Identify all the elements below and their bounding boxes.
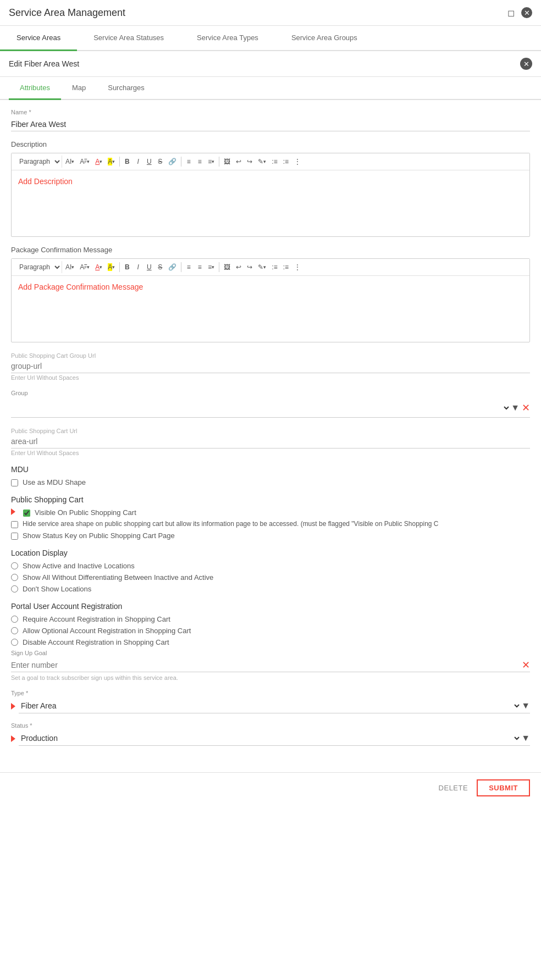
area-url-input[interactable]	[11, 435, 530, 449]
group-url-input[interactable]	[11, 359, 530, 373]
hide-service-area-checkbox[interactable]	[11, 521, 18, 528]
pkg-undo-btn[interactable]: ↩	[234, 261, 244, 273]
delete-button[interactable]: DELETE	[439, 784, 468, 792]
tab-service-area-types[interactable]: Service Area Types	[180, 26, 275, 51]
description-undo-btn[interactable]: ↩	[234, 156, 244, 168]
description-paragraph-select[interactable]: Paragraph	[15, 156, 62, 168]
portal-radio2[interactable]	[11, 627, 18, 634]
status-select-container: Production ▼	[19, 731, 530, 746]
description-underline-btn[interactable]: U	[144, 156, 154, 168]
maximize-button[interactable]: ◻	[505, 7, 517, 19]
tab-service-area-groups[interactable]: Service Area Groups	[275, 26, 374, 51]
location-radio1[interactable]	[11, 562, 18, 569]
signup-goal-clear-icon[interactable]: ✕	[522, 659, 530, 671]
description-list2-btn[interactable]: :≡	[281, 156, 291, 168]
hide-service-area-label[interactable]: Hide service area shape on public shoppi…	[23, 520, 439, 528]
name-input[interactable]	[11, 118, 530, 131]
portal-user-heading: Portal User Account Registration	[11, 602, 530, 611]
pkg-align-btn[interactable]: ≡▾	[206, 261, 217, 273]
toolbar-divider-2	[181, 157, 181, 167]
pkg-bold-btn[interactable]: B	[122, 261, 132, 273]
tab-service-areas[interactable]: Service Areas	[0, 26, 77, 51]
group-select[interactable]	[11, 401, 511, 415]
description-pen-btn[interactable]: ✎▾	[256, 156, 268, 168]
portal-radio1-row: Require Account Registration in Shopping…	[11, 615, 530, 623]
pkg-bullet-btn[interactable]: ≡	[184, 261, 194, 273]
toolbar-divider-1	[119, 157, 120, 167]
pkg-highlight-btn[interactable]: A▾	[106, 261, 117, 273]
location-radio2-label[interactable]: Show All Without Differentiating Between…	[23, 573, 213, 582]
type-dropdown-arrow-icon: ▼	[521, 701, 530, 711]
pkg-list1-btn[interactable]: :≡	[269, 261, 279, 273]
portal-radio1-label[interactable]: Require Account Registration in Shopping…	[23, 615, 170, 623]
description-font-btn[interactable]: AF▾	[78, 156, 92, 168]
type-select[interactable]: Fiber Area	[19, 701, 521, 711]
pkg-image-btn[interactable]: 🖼	[222, 261, 233, 273]
show-status-key-checkbox[interactable]	[11, 533, 18, 540]
pkg-redo-btn[interactable]: ↪	[245, 261, 255, 273]
show-status-key-label[interactable]: Show Status Key on Public Shopping Cart …	[23, 531, 175, 540]
close-button[interactable]: ✕	[521, 7, 532, 18]
group-field-group: Group ▼ ✕	[11, 390, 530, 418]
description-ai-btn[interactable]: AI▾	[63, 156, 76, 168]
use-as-mdu-label[interactable]: Use as MDU Shape	[23, 478, 86, 486]
description-strike-btn[interactable]: S	[155, 156, 165, 168]
description-redo-btn[interactable]: ↪	[245, 156, 255, 168]
tab-service-area-statuses[interactable]: Service Area Statuses	[77, 26, 180, 51]
signup-goal-input[interactable]	[11, 658, 522, 672]
description-link-btn[interactable]: 🔗	[166, 156, 179, 168]
location-radio3-label[interactable]: Don't Show Locations	[23, 585, 91, 593]
pkg-ordered-btn[interactable]: ≡	[195, 261, 205, 273]
status-select[interactable]: Production	[19, 733, 521, 743]
portal-radio2-label[interactable]: Allow Optional Account Registration in S…	[23, 627, 191, 635]
location-radio3[interactable]	[11, 585, 18, 593]
description-list1-btn[interactable]: :≡	[269, 156, 279, 168]
description-more-btn[interactable]: ⋮	[292, 156, 303, 168]
area-url-field-group: Public Shopping Cart Url Enter Url Witho…	[11, 427, 530, 456]
sub-tab-attributes[interactable]: Attributes	[9, 77, 61, 100]
use-as-mdu-checkbox[interactable]	[11, 479, 18, 486]
sub-tab-surcharges[interactable]: Surcharges	[97, 77, 155, 100]
pkg-list2-btn[interactable]: :≡	[281, 261, 291, 273]
visible-on-public-label[interactable]: Visible On Public Shopping Cart	[35, 508, 136, 517]
pkg-italic-btn[interactable]: I	[133, 261, 143, 273]
pkg-ai-btn[interactable]: AI▾	[63, 261, 76, 273]
pkg-more-btn[interactable]: ⋮	[292, 261, 303, 273]
pkg-strike-btn[interactable]: S	[155, 261, 165, 273]
description-align-btn[interactable]: ≡▾	[206, 156, 217, 168]
location-radio1-label[interactable]: Show Active and Inactive Locations	[23, 562, 135, 570]
pkg-paragraph-select[interactable]: Paragraph	[15, 261, 62, 273]
description-highlight-btn[interactable]: A▾	[106, 156, 117, 168]
description-label: Description	[11, 140, 530, 148]
location-radio2[interactable]	[11, 574, 18, 581]
pkg-fontcolor-btn[interactable]: A▾	[93, 261, 104, 273]
pkg-underline-btn[interactable]: U	[144, 261, 154, 273]
submit-button[interactable]: SUBMIT	[477, 779, 530, 796]
description-bold-btn[interactable]: B	[122, 156, 132, 168]
edit-close-button[interactable]: ✕	[520, 58, 532, 70]
description-bullet-btn[interactable]: ≡	[184, 156, 194, 168]
area-url-label: Public Shopping Cart Url	[11, 428, 77, 434]
pkg-link-btn[interactable]: 🔗	[166, 261, 179, 273]
group-clear-icon[interactable]: ✕	[522, 402, 530, 414]
type-select-container: Fiber Area ▼	[19, 699, 530, 713]
header-icons: ◻ ✕	[505, 7, 532, 19]
package-confirmation-field-group: Package Confirmation Message Paragraph A…	[11, 246, 530, 342]
sub-tab-map[interactable]: Map	[61, 77, 97, 100]
description-italic-btn[interactable]: I	[133, 156, 143, 168]
visible-on-public-checkbox[interactable]	[23, 510, 30, 517]
pkg-pen-btn[interactable]: ✎▾	[256, 261, 268, 273]
portal-radio1[interactable]	[11, 616, 18, 623]
package-confirmation-content[interactable]: Add Package Confirmation Message	[12, 276, 529, 342]
portal-radio3[interactable]	[11, 639, 18, 646]
portal-radio3-label[interactable]: Disable Account Registration in Shopping…	[23, 638, 169, 646]
pkg-toolbar-divider-3	[219, 262, 219, 272]
group-label: Group	[11, 390, 530, 396]
description-fontcolor-btn[interactable]: A▾	[93, 156, 104, 168]
app-title: Service Area Management	[9, 7, 125, 19]
description-ordered-btn[interactable]: ≡	[195, 156, 205, 168]
description-content[interactable]: Add Description	[12, 170, 529, 236]
pkg-font-btn[interactable]: AF▾	[78, 261, 92, 273]
description-image-btn[interactable]: 🖼	[222, 156, 233, 168]
toolbar-divider-3	[219, 157, 219, 167]
